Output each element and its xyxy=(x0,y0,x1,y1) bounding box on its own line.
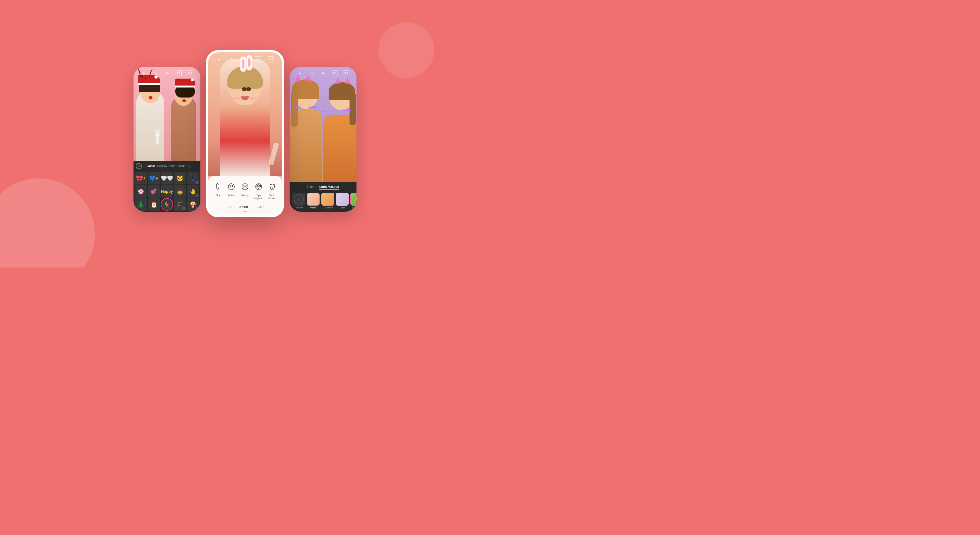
center-bottom-panel: Blur Whiten xyxy=(208,176,282,215)
whiten-icon xyxy=(225,181,237,193)
flip-icon[interactable]: ◎ xyxy=(320,70,326,76)
left-screen: ✦ 5s ◎ 1:1 3:4 xyxy=(134,67,200,212)
nav-edit[interactable]: Edit xyxy=(226,205,231,208)
tab-cosplay[interactable]: Cosplay xyxy=(157,164,167,167)
sticker-item[interactable]: 🌸 xyxy=(135,185,147,198)
whiten-tool[interactable]: Whiten xyxy=(225,181,237,200)
tab-latest[interactable]: Latest xyxy=(146,164,155,167)
tab-cute[interactable]: Cute xyxy=(169,164,175,167)
ratio1-icon[interactable]: 1:1 xyxy=(332,70,338,76)
left-bottom-panel: ⊘ Latest Cosplay Cute Scene Gl 🎀👂 💙👂 xyxy=(134,161,200,212)
sticker-item[interactable]: 🎅 xyxy=(148,198,160,211)
tab-scene[interactable]: Scene xyxy=(178,164,185,167)
flip-icon[interactable]: ◎ xyxy=(242,56,248,62)
ratio1-icon[interactable]: 1:1 xyxy=(176,70,182,76)
right-phone: ✦ 5s ◎ 1:1 3:4 xyxy=(290,67,356,212)
right-photo-area xyxy=(290,67,356,182)
filter-grapefruit[interactable]: Grapefruit xyxy=(321,193,334,209)
category-tabs: ⊘ Latest Cosplay Cute Scene Gl xyxy=(134,161,200,171)
sticker-item[interactable]: 🤚 ↓ xyxy=(187,185,199,198)
nav-shoot[interactable]: Shoot xyxy=(239,205,248,208)
filter-tabs: Filter Light Makeup xyxy=(293,185,354,190)
sticker-item[interactable]: 🎩 ↓ xyxy=(173,198,186,211)
eye-brighten-icon xyxy=(253,181,265,193)
center-screen: ✦ 5s ◎ 1:1 3:4 xyxy=(208,52,282,215)
flash-icon[interactable]: ✦ xyxy=(297,70,303,76)
nav-dot-2 xyxy=(245,211,245,212)
ruddy-label: Ruddy xyxy=(241,194,249,197)
timer-icon[interactable]: 5s xyxy=(308,70,314,76)
download-icon: ↓ xyxy=(196,207,199,210)
nav-dot-1 xyxy=(242,211,243,212)
filter-thumb-remove: ⊘ xyxy=(293,193,305,206)
sticker-item[interactable]: 🎄 xyxy=(135,198,147,211)
svg-point-0 xyxy=(228,184,234,190)
tab-gl[interactable]: Gl xyxy=(188,164,190,167)
phones-container: ✦ 5s ◎ 1:1 3:4 xyxy=(134,50,356,217)
bg-decoration-2 xyxy=(379,22,434,78)
filter-thumb-grapefruit xyxy=(321,193,334,206)
blur-label: Blur xyxy=(215,194,220,197)
sticker-item[interactable]: 🤍🤍 xyxy=(161,172,173,185)
sticker-item[interactable]: 🦹 ↓ xyxy=(187,172,199,185)
eye-brighten-label: EyeBrighten xyxy=(254,194,263,200)
beauty-tools: Blur Whiten xyxy=(211,181,279,200)
left-photo-area xyxy=(134,67,200,161)
tooth-whiten-tool[interactable]: ToothWhiten xyxy=(266,181,278,200)
sticker-grid: 🎀👂 💙👂 🤍🤍 🐱 🦹 ↓ xyxy=(134,171,200,212)
left-phone: ✦ 5s ◎ 1:1 3:4 xyxy=(134,67,200,212)
sticker-item[interactable]: Happy xyxy=(161,185,173,198)
svg-point-7 xyxy=(245,186,247,186)
timer-icon[interactable]: 5s xyxy=(152,70,158,76)
ratio1-icon[interactable]: 1:1 xyxy=(255,56,261,62)
blur-tool[interactable]: Blur xyxy=(212,181,224,200)
right-toolbar: ✦ 5s ◎ 1:1 3:4 xyxy=(290,67,356,79)
right-screen: ✦ 5s ◎ 1:1 3:4 xyxy=(290,67,356,212)
svg-point-11 xyxy=(257,186,258,187)
sticker-item[interactable]: 💙👂 xyxy=(148,172,160,185)
center-toolbar: ✦ 5s ◎ 1:1 3:4 xyxy=(208,52,282,65)
filter-thumb-clear xyxy=(336,193,349,206)
center-photo-area xyxy=(208,52,282,176)
flash-icon[interactable]: ✦ xyxy=(141,70,147,76)
no-sticker-btn[interactable]: ⊘ xyxy=(136,163,142,169)
ratio34-icon[interactable]: 3:4 xyxy=(268,56,274,62)
filter-boyfriend[interactable]: 🔑 Boyfriend xyxy=(350,193,356,209)
sticker-item[interactable]: 🎀👂 xyxy=(135,172,147,185)
whiten-label: Whiten xyxy=(228,194,235,197)
bg-decoration-1 xyxy=(0,178,95,268)
ruddy-icon xyxy=(239,181,251,193)
filter-peach[interactable]: Peach xyxy=(307,193,320,209)
tab-filter[interactable]: Filter xyxy=(307,185,313,190)
download-icon: ↓ xyxy=(196,194,199,197)
sticker-item[interactable]: 🐱 xyxy=(173,172,186,185)
nav-dots xyxy=(211,211,279,212)
left-toolbar: ✦ 5s ◎ 1:1 3:4 xyxy=(134,67,200,79)
filter-clear[interactable]: Clear xyxy=(336,193,349,209)
filter-boyfriend-label: Boyfriend xyxy=(352,206,356,209)
ratio34-icon[interactable]: 3:4 xyxy=(187,70,193,76)
ruddy-tool[interactable]: Ruddy xyxy=(239,181,251,200)
sticker-item-selected[interactable]: 🦌 xyxy=(161,198,173,211)
download-icon: ↓ xyxy=(182,207,186,210)
nav-dot-3 xyxy=(247,211,248,212)
filter-remove-label: Remove xyxy=(294,206,303,209)
svg-point-1 xyxy=(230,185,231,186)
right-bottom-panel: Filter Light Makeup ⊘ Remove xyxy=(290,182,356,212)
sticker-item[interactable]: 🍄 ↓ xyxy=(187,198,199,211)
flip-icon[interactable]: ◎ xyxy=(164,70,170,76)
filter-grapefruit-label: Grapefruit xyxy=(323,206,333,209)
eye-brighten-tool[interactable]: EyeBrighten xyxy=(253,181,265,200)
nav-video[interactable]: Video xyxy=(256,205,264,208)
svg-point-6 xyxy=(243,186,244,186)
tab-light-makeup[interactable]: Light Makeup xyxy=(320,185,339,190)
tab-divider xyxy=(144,163,145,169)
filter-row: ⊘ Remove Peach xyxy=(293,193,354,209)
sticker-item[interactable]: 👦 xyxy=(173,185,186,198)
filter-remove[interactable]: ⊘ Remove xyxy=(293,193,305,209)
tooth-whiten-icon xyxy=(266,181,278,193)
flash-icon[interactable]: ✦ xyxy=(216,56,222,62)
ratio34-icon[interactable]: 3:4 xyxy=(343,70,349,76)
sticker-item[interactable]: 💕 xyxy=(148,185,160,198)
timer-icon[interactable]: 5s xyxy=(229,56,235,62)
